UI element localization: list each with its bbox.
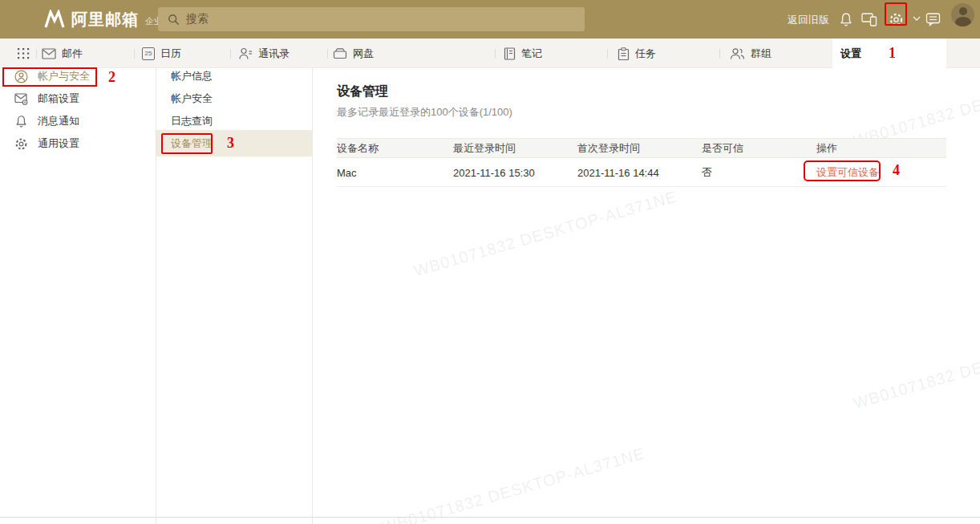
tab-label: 日历 — [160, 47, 181, 61]
search-input[interactable]: 搜索 — [158, 7, 585, 31]
subnav-item-account-info[interactable]: 帐户信息 — [156, 68, 312, 84]
sidebar-item-mail-settings[interactable]: 邮箱设置 — [0, 91, 156, 107]
annotation-box-1-gear — [885, 2, 907, 26]
nav-separator — [719, 49, 720, 59]
tab-settings[interactable]: 设置 — [840, 39, 861, 68]
device-table-header: 设备名称 最近登录时间 首次登录时间 是否可信 操作 — [337, 138, 946, 158]
tab-label: 网盘 — [353, 47, 374, 61]
cell-last-login: 2021-11-16 15:30 — [453, 167, 577, 179]
tasks-icon — [618, 47, 630, 60]
watermark: WB01071832 DESKTOP-AL371NE — [851, 320, 980, 413]
drive-icon — [333, 47, 347, 59]
col-first-login: 首次登录时间 — [577, 141, 702, 156]
annotation-step-2: 2 — [108, 69, 115, 86]
tab-label: 群组 — [751, 47, 771, 61]
avatar-silhouette — [959, 7, 967, 15]
general-settings-icon — [14, 137, 28, 151]
sidebar-item-general-settings[interactable]: 通用设置 — [0, 136, 156, 152]
feedback-chat-icon[interactable] — [925, 12, 941, 26]
brand-m-icon — [44, 10, 65, 29]
sidebar-item-label: 消息通知 — [38, 114, 79, 128]
tab-notes[interactable]: 笔记 — [504, 39, 542, 68]
mail-settings-icon — [14, 93, 28, 105]
col-actions: 操作 — [802, 141, 946, 156]
watermark: WB01071832 DESKTOP-AL371NE — [851, 58, 980, 151]
topbar: 阿里邮箱 企业版 搜索 返回旧版 — [0, 0, 980, 39]
nav-separator — [607, 49, 608, 59]
mail-icon — [42, 48, 56, 59]
subnav-item-account-security[interactable]: 帐户安全 — [156, 91, 312, 107]
notes-icon — [504, 47, 516, 60]
subnav-item-label: 日志查询 — [171, 114, 213, 128]
cell-first-login: 2021-11-16 14:44 — [577, 167, 702, 179]
tab-tasks[interactable]: 任务 — [618, 39, 656, 68]
user-avatar[interactable] — [951, 3, 974, 26]
back-to-old-version-link[interactable]: 返回旧版 — [788, 13, 829, 27]
annotation-step-3: 3 — [227, 135, 234, 152]
tab-label: 邮件 — [62, 47, 83, 61]
notification-bell-icon[interactable] — [839, 12, 853, 27]
settings-sidebar: 帐户与安全 邮箱设置 消息通知 通用设置 — [0, 68, 156, 524]
page-title: 设备管理 — [337, 83, 388, 100]
nav-separator — [230, 49, 231, 59]
col-trusted: 是否可信 — [702, 141, 802, 156]
watermark: WB01071832 DESKTOP-AL371NE — [411, 188, 678, 281]
tab-label: 任务 — [635, 47, 656, 61]
tab-label: 通讯录 — [258, 47, 290, 61]
app-window: WB01071832 DESKTOP-AL371NE WB01071832 DE… — [0, 0, 980, 524]
annotation-box-2-account-security — [2, 67, 97, 87]
cell-device-name: Mac — [337, 167, 453, 179]
nav-separator — [36, 49, 37, 59]
annotation-box-3-device-management — [161, 133, 213, 154]
annotation-step-4: 4 — [893, 162, 900, 179]
brand-logo[interactable]: 阿里邮箱 企业版 — [44, 0, 172, 39]
search-icon — [168, 14, 180, 26]
tab-label: 设置 — [840, 47, 861, 61]
tab-calendar[interactable]: 25 日历 — [142, 39, 181, 68]
subnav-item-log-query[interactable]: 日志查询 — [156, 113, 312, 129]
sidebar-item-notifications[interactable]: 消息通知 — [0, 113, 156, 129]
tab-groups[interactable]: 群组 — [730, 39, 771, 68]
col-device-name: 设备名称 — [337, 141, 453, 156]
watermark: WB01071832 DESKTOP-AL371NE — [379, 445, 646, 524]
notifications-icon — [14, 115, 28, 128]
nav-separator — [327, 49, 328, 59]
annotation-box-4-set-trusted — [804, 160, 881, 181]
cell-trusted: 否 — [702, 165, 802, 180]
nav-separator — [495, 49, 496, 59]
annotation-step-1: 1 — [889, 45, 896, 62]
groups-icon — [730, 47, 745, 60]
tab-contacts[interactable]: 通讯录 — [238, 39, 290, 68]
app-grid-icon[interactable] — [18, 48, 30, 59]
app-navbar: 邮件 25 日历 通讯录 网盘 — [0, 39, 980, 68]
multi-device-icon[interactable] — [861, 12, 877, 26]
contacts-icon — [238, 47, 253, 60]
chevron-down-icon[interactable] — [913, 16, 921, 22]
sidebar-item-label: 通用设置 — [38, 136, 79, 151]
bottom-divider — [0, 517, 980, 518]
brand-name: 阿里邮箱 — [71, 9, 139, 30]
tab-label: 笔记 — [521, 47, 542, 61]
calendar-icon: 25 — [142, 47, 155, 60]
nav-separator — [134, 49, 135, 59]
search-placeholder: 搜索 — [186, 12, 209, 26]
col-last-login: 最近登录时间 — [453, 141, 577, 156]
sidebar-item-label: 邮箱设置 — [38, 91, 79, 106]
subnav-item-label: 帐户信息 — [171, 69, 213, 83]
page-subtitle: 最多记录最近登录的100个设备(1/100) — [337, 105, 512, 120]
subnav-item-label: 帐户安全 — [171, 91, 213, 106]
tab-mail[interactable]: 邮件 — [42, 39, 83, 68]
tab-drive[interactable]: 网盘 — [333, 39, 374, 68]
